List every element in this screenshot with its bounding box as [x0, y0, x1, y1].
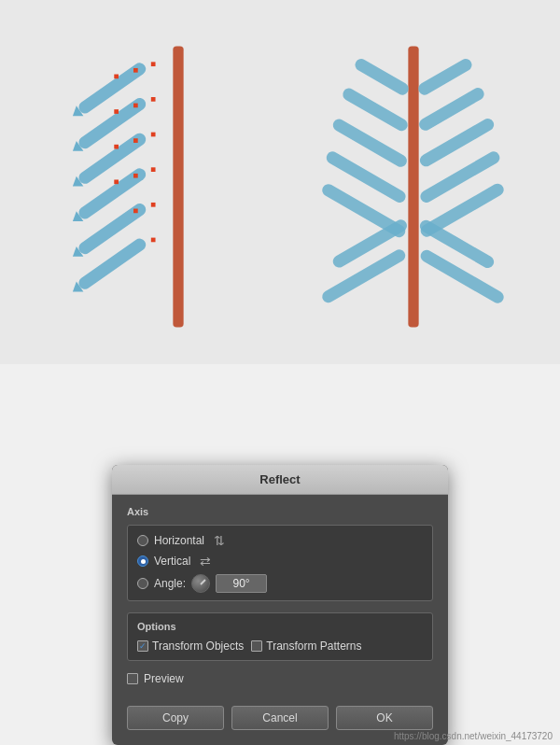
canvas-area	[0, 0, 560, 364]
svg-rect-24	[114, 75, 119, 79]
svg-rect-17	[150, 203, 155, 207]
svg-rect-21	[133, 138, 138, 143]
transform-objects-checkbox[interactable]	[137, 640, 148, 652]
options-label: Options	[137, 621, 423, 632]
options-section: Options Transform Objects Transform Patt…	[127, 612, 433, 661]
options-checkbox-row: Transform Objects Transform Patterns	[137, 640, 423, 653]
angle-radio-row[interactable]: Angle:	[137, 574, 423, 593]
transform-objects-label: Transform Objects	[152, 640, 244, 653]
preview-label: Preview	[144, 672, 184, 685]
svg-rect-14	[150, 97, 155, 102]
angle-dial[interactable]	[191, 574, 210, 593]
axis-label: Axis	[127, 506, 433, 517]
title-text: Reflect	[259, 472, 300, 486]
horizontal-reflect-icon: ⇅	[214, 533, 225, 548]
watermark: https://blog.csdn.net/weixin_44173720	[394, 731, 553, 741]
axis-radio-group: Horizontal ⇅ Vertical ⇄ Angle:	[127, 525, 433, 601]
ok-button[interactable]: OK	[336, 706, 433, 730]
artwork-left	[40, 37, 227, 336]
dialog-body: Axis Horizontal ⇅ Vertical ⇄ Angle:	[112, 495, 448, 745]
svg-rect-26	[114, 145, 119, 149]
vertical-radio-row[interactable]: Vertical ⇄	[137, 554, 423, 569]
svg-rect-23	[133, 209, 138, 214]
copy-button[interactable]: Copy	[127, 706, 224, 730]
svg-rect-42	[418, 247, 506, 305]
preview-section[interactable]: Preview	[127, 672, 433, 685]
dialog-title: Reflect	[112, 465, 448, 495]
angle-input[interactable]	[216, 574, 267, 593]
axis-section: Axis Horizontal ⇅ Vertical ⇄ Angle:	[127, 506, 433, 601]
svg-rect-15	[150, 133, 155, 137]
svg-rect-20	[133, 104, 138, 108]
preview-checkbox[interactable]	[127, 673, 138, 684]
horizontal-radio[interactable]	[137, 535, 148, 546]
svg-rect-22	[133, 174, 138, 178]
svg-rect-18	[150, 238, 155, 243]
svg-rect-28	[408, 46, 418, 327]
transform-patterns-item[interactable]: Transform Patterns	[251, 640, 361, 653]
transform-patterns-label: Transform Patterns	[266, 640, 361, 653]
svg-rect-25	[114, 109, 119, 114]
horizontal-label: Horizontal	[154, 534, 204, 547]
angle-label: Angle:	[154, 577, 186, 590]
dialog-buttons: Copy Cancel OK	[127, 698, 433, 734]
svg-rect-27	[114, 179, 119, 184]
svg-rect-0	[173, 46, 183, 327]
vertical-reflect-icon: ⇄	[200, 554, 211, 569]
transform-objects-item[interactable]: Transform Objects	[137, 640, 244, 653]
angle-radio[interactable]	[137, 578, 148, 589]
vertical-radio[interactable]	[137, 555, 148, 567]
svg-rect-35	[319, 247, 407, 305]
cancel-button[interactable]: Cancel	[231, 706, 329, 730]
svg-rect-13	[150, 62, 155, 66]
vertical-label: Vertical	[154, 555, 190, 568]
svg-rect-29	[353, 57, 411, 97]
reflect-dialog: Reflect Axis Horizontal ⇅ Vertical ⇄	[112, 465, 448, 745]
artwork-right	[306, 37, 521, 336]
transform-patterns-checkbox[interactable]	[251, 640, 262, 652]
horizontal-radio-row[interactable]: Horizontal ⇅	[137, 533, 423, 548]
svg-rect-19	[133, 68, 138, 73]
svg-rect-36	[415, 57, 473, 97]
svg-rect-16	[150, 167, 155, 172]
